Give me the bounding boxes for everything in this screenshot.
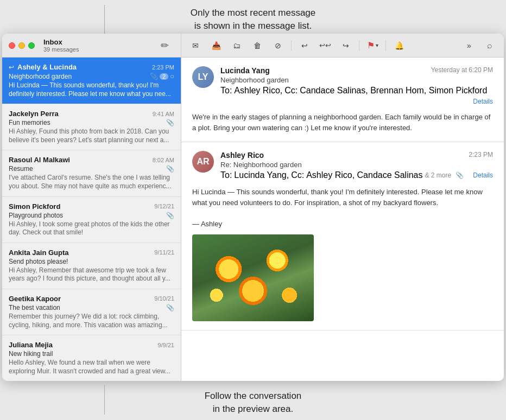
inbox-count: 39 messages <box>43 46 79 53</box>
email-sender-name: Lucinda Yang <box>220 66 270 75</box>
attachment-icon: 📎 <box>150 73 158 80</box>
more-button[interactable]: » <box>459 36 479 55</box>
new-message-button[interactable]: ✏ <box>155 36 174 55</box>
preview-panel: LY Lucinda Yang Yesterday at 6:20 PM Nei… <box>181 58 504 381</box>
toolbar-separator-1 <box>291 40 292 51</box>
archive-button[interactable]: 📥 <box>206 36 226 55</box>
msg-subject: New hiking trail <box>9 350 53 358</box>
msg-preview: Hi Ashley, Found this photo from back in… <box>9 128 174 144</box>
list-item[interactable]: Geetika Kapoor 9/10/21 The best vacation… <box>2 289 181 335</box>
recipients-line: To: Ashley Rico, Cc: Candace Salinas, Br… <box>220 86 493 105</box>
cc-more: & 2 more <box>425 171 452 179</box>
attachment-icon: 📎 <box>166 304 174 311</box>
close-button[interactable] <box>9 42 15 49</box>
msg-sender: Ashely & Lucinda <box>17 63 77 71</box>
avatar: AR <box>192 151 214 173</box>
list-item[interactable]: Ankita Jain Gupta 9/11/21 Send photos pl… <box>2 243 181 289</box>
flag-button[interactable]: ⚑ ▾ <box>363 36 382 55</box>
junk-button[interactable]: ⊘ <box>268 36 288 55</box>
msg-preview: Hello Ashley, We found a new trail when … <box>9 359 174 376</box>
app-window: Inbox 39 messages ✏ ✉ 📥 🗂 🗑 <box>2 34 504 381</box>
cc-recipients: Ashley Rico, Candace Salinas <box>306 170 422 180</box>
search-button[interactable]: ⌕ <box>480 36 499 55</box>
cc-label: Cc: <box>284 86 298 96</box>
email-sender-name: Ashley Rico <box>220 151 264 160</box>
annotation-bottom: Follow the conversation in the preview a… <box>96 385 410 419</box>
email-body: We're in the early stages of planning a … <box>192 112 493 133</box>
maximize-button[interactable] <box>28 42 35 49</box>
msg-preview: Hi Ashley, Remember that awesome trip we… <box>9 266 174 283</box>
msg-time: 9/9/21 <box>157 342 174 348</box>
attachment-count: 2 <box>160 73 168 80</box>
recipients-line: To: Lucinda Yang, Cc: Ashley Rico, Canda… <box>220 170 493 180</box>
email-image <box>192 234 314 321</box>
attachment-icon: 📎 <box>166 165 174 173</box>
msg-subject: Fun memories <box>9 119 50 126</box>
email-timestamp: 2:23 PM <box>469 151 493 158</box>
title-bar: Inbox 39 messages ✏ ✉ 📥 🗂 🗑 <box>2 34 504 58</box>
move-button[interactable]: 🗂 <box>227 36 246 55</box>
attachment-icon: 📎 <box>166 119 174 126</box>
msg-preview: Remember this journey? We did a lot: roc… <box>9 313 174 329</box>
email-message: AR Ashley Rico 2:23 PM Re: Neighborhood … <box>181 142 504 330</box>
list-item[interactable]: Simon Pickford 9/12/21 Playground photos… <box>2 197 181 243</box>
reply-button[interactable]: ↩ <box>295 36 314 55</box>
details-link[interactable]: Details <box>473 98 493 105</box>
minimize-button[interactable] <box>18 42 25 49</box>
details-link[interactable]: Details <box>473 171 493 179</box>
avatar-initials: AR <box>197 157 209 167</box>
to-recipients: Ashley Rico, <box>234 86 282 96</box>
remind-button[interactable]: 🔔 <box>389 36 409 55</box>
attachment-indicator: 📎 <box>456 171 464 179</box>
new-message-toolbar-button[interactable]: ✉ <box>186 36 205 55</box>
email-subject: Re: Neighborhood garden <box>220 161 493 169</box>
traffic-lights <box>9 42 35 49</box>
inbox-title-area: Inbox 39 messages <box>43 38 79 53</box>
main-content: ↩ Ashely & Lucinda 2:23 PM Neighborhood … <box>2 58 504 381</box>
msg-sender: Jackelyn Perra <box>9 110 59 118</box>
email-header: LY Lucinda Yang Yesterday at 6:20 PM Nei… <box>192 66 493 105</box>
replied-icon: ↩ <box>9 63 14 71</box>
list-item[interactable]: Juliana Mejia 9/9/21 New hiking trail He… <box>2 335 181 381</box>
email-body: Hi Lucinda — This sounds wonderful, than… <box>192 187 493 321</box>
msg-sender: Juliana Mejia <box>9 341 53 349</box>
msg-subject: Send photos please! <box>9 258 68 265</box>
to-label: To: <box>220 170 232 180</box>
toolbar-separator-3 <box>385 40 386 51</box>
email-timestamp: Yesterday at 6:20 PM <box>431 66 493 74</box>
msg-sender: Geetika Kapoor <box>9 295 61 303</box>
avatar-initials: LY <box>198 72 208 82</box>
email-header: AR Ashley Rico 2:23 PM Re: Neighborhood … <box>192 151 493 180</box>
delete-button[interactable]: 🗑 <box>248 36 267 55</box>
toolbar: ✉ 📥 🗂 🗑 ⊘ ↩ ↩↩ ↪ <box>181 36 504 55</box>
msg-time: 9/10/21 <box>154 295 174 302</box>
email-header-info: Ashley Rico 2:23 PM Re: Neighborhood gar… <box>220 151 493 180</box>
email-subject: Neighborhood garden <box>220 76 493 84</box>
list-item[interactable]: Rasoul Al Malkawi 8:02 AM Resume 📎 I've … <box>2 150 181 196</box>
msg-subject: Playground photos <box>9 212 63 219</box>
avatar: LY <box>192 66 214 88</box>
message-list: ↩ Ashely & Lucinda 2:23 PM Neighborhood … <box>2 58 181 381</box>
inbox-title: Inbox <box>43 38 79 46</box>
reply-all-button[interactable]: ↩↩ <box>315 36 335 55</box>
msg-preview: Hi Lucinda — This sounds wonderful, than… <box>9 81 174 98</box>
msg-time: 2:23 PM <box>152 64 174 71</box>
msg-preview: I've attached Carol's resume. She's the … <box>9 174 174 190</box>
title-bar-left: Inbox 39 messages ✏ <box>2 34 181 57</box>
msg-sender: Simon Pickford <box>9 202 60 211</box>
flag-chevron-icon: ▾ <box>376 42 378 48</box>
list-item[interactable]: Jackelyn Perra 9:41 AM Fun memories 📎 Hi… <box>2 104 181 150</box>
flag-icon: ⚑ <box>367 40 375 50</box>
forward-button[interactable]: ↪ <box>336 36 356 55</box>
cc-label: Cc: <box>291 170 304 180</box>
to-label: To: <box>220 86 232 96</box>
msg-subject: Resume <box>9 165 33 173</box>
list-item[interactable]: ↩ Ashely & Lucinda 2:23 PM Neighborhood … <box>2 58 181 104</box>
msg-sender: Rasoul Al Malkawi <box>9 156 70 164</box>
msg-subject: The best vacation <box>9 304 60 311</box>
unread-icon: ○ <box>170 72 174 80</box>
email-message: LY Lucinda Yang Yesterday at 6:20 PM Nei… <box>181 58 504 142</box>
msg-time: 9/12/21 <box>154 203 174 209</box>
cc-recipients: Candace Salinas, Brennan Hom, Simon Pick… <box>300 86 487 96</box>
msg-preview: Hi Ashley, I took some great photos of t… <box>9 220 174 237</box>
